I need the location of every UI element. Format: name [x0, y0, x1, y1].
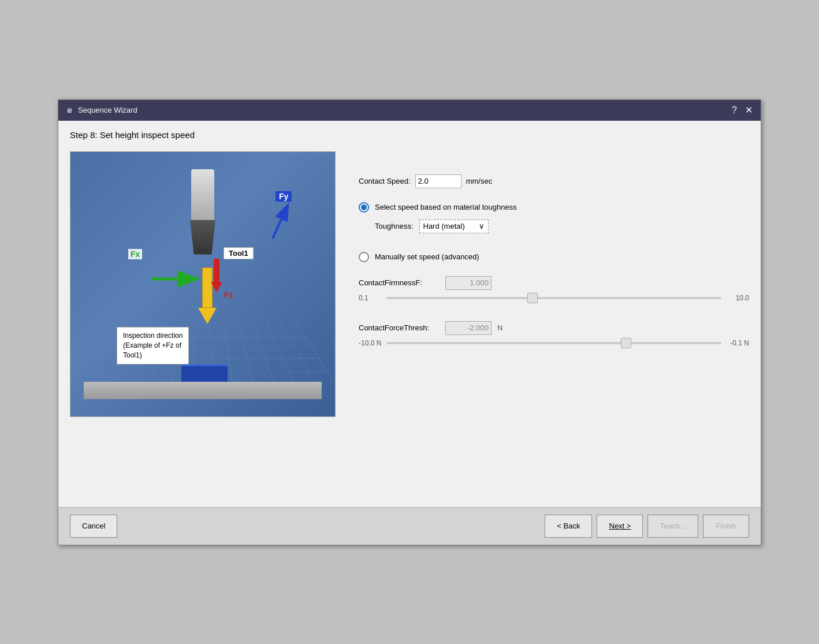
- teach-button[interactable]: Teach...: [647, 515, 698, 538]
- yellow-head: [198, 308, 217, 324]
- bottom-bar: Cancel < Back Next > Teach... Finish: [58, 507, 761, 545]
- inspection-text: Inspection direction(Example of +Fz ofTo…: [123, 332, 183, 359]
- title-bar-left: 🖥 Sequence Wizard: [64, 106, 137, 115]
- title-bar: 🖥 Sequence Wizard ? ✕: [58, 100, 761, 121]
- force-slider-track: [386, 342, 721, 344]
- contact-force-row: ContactForceThresh: N: [359, 321, 749, 335]
- toughness-row: Toughness: Hard (metal) ∨: [375, 219, 749, 233]
- contact-firmness-slider-row: 0.1 10.0: [359, 292, 749, 304]
- back-label: < Back: [557, 522, 580, 530]
- contact-force-slider-row: -10.0 N -0.1 N: [359, 337, 749, 349]
- force-min-label: -10.0 N: [359, 339, 382, 347]
- content-area: Step 8: Set height inspect speed: [58, 121, 761, 507]
- fz-label: Fz: [224, 291, 233, 300]
- radio-option2-btn[interactable]: [359, 252, 369, 262]
- red-head: [211, 282, 222, 292]
- fy-label: Fy: [276, 191, 292, 202]
- radio-option2-row[interactable]: Manually set speed (advanced): [359, 252, 749, 262]
- next-button[interactable]: Next >: [597, 515, 643, 538]
- contact-firmness-row: ContactFirmnessF:: [359, 276, 749, 290]
- finish-button[interactable]: Finish: [703, 515, 749, 538]
- radio-option1-label: Select speed based on material toughness: [375, 203, 517, 211]
- contact-force-label: ContactForceThresh:: [359, 323, 440, 332]
- window-icon: 🖥: [64, 106, 73, 115]
- contact-firmness-label: ContactFirmnessF:: [359, 278, 440, 287]
- firmness-max-label: 10.0: [726, 294, 749, 302]
- toughness-value: Hard (metal): [423, 222, 465, 230]
- force-slider-thumb[interactable]: [621, 338, 631, 348]
- red-shaft: [214, 259, 219, 282]
- firmness-slider-thumb[interactable]: [527, 293, 538, 303]
- firmness-slider-container[interactable]: [386, 292, 721, 304]
- tool1-label: Tool1: [224, 247, 254, 259]
- fx-label: Fx: [128, 249, 142, 259]
- firmness-min-label: 0.1: [359, 294, 382, 302]
- fy-arrow-svg: [250, 198, 296, 244]
- firmness-slider-track: [386, 297, 721, 299]
- force-max-label: -0.1 N: [726, 339, 749, 347]
- main-body: Fy Fx: [70, 151, 749, 498]
- contact-force-input: [445, 321, 492, 335]
- title-bar-controls: ? ✕: [729, 106, 755, 115]
- window-title: Sequence Wizard: [78, 106, 137, 114]
- visualization-panel: Fy Fx: [70, 151, 336, 417]
- radio-option1-row[interactable]: Select speed based on material toughness: [359, 202, 749, 213]
- toughness-label: Toughness:: [375, 222, 414, 230]
- contact-force-unit: N: [497, 323, 502, 332]
- radio-option1-btn[interactable]: [359, 202, 369, 213]
- contact-speed-label: Contact Speed:: [359, 177, 411, 185]
- step-title: Step 8: Set height inspect speed: [70, 130, 749, 140]
- force-slider-container[interactable]: [386, 337, 721, 349]
- fy-arrow-container: [250, 198, 296, 246]
- svg-line-0: [273, 207, 287, 239]
- next-label: Next >: [609, 522, 631, 530]
- fx-arrow-svg: [146, 265, 203, 293]
- contact-speed-unit: mm/sec: [466, 177, 493, 185]
- radio-option2-label: Manually set speed (advanced): [375, 252, 479, 261]
- cancel-button[interactable]: Cancel: [70, 515, 117, 538]
- platform: [84, 382, 322, 399]
- back-button[interactable]: < Back: [545, 515, 592, 538]
- inspection-label: Inspection direction(Example of +Fz ofTo…: [117, 327, 189, 364]
- tool-body: [191, 169, 214, 221]
- help-button[interactable]: ?: [729, 106, 739, 115]
- contact-speed-row: Contact Speed: mm/sec: [359, 174, 749, 188]
- close-button[interactable]: ✕: [743, 106, 755, 115]
- contact-speed-input[interactable]: [415, 174, 461, 188]
- tool-head: [190, 220, 215, 255]
- main-window: 🖥 Sequence Wizard ? ✕ Step 8: Set height…: [58, 99, 761, 545]
- toughness-select[interactable]: Hard (metal) ∨: [419, 219, 489, 233]
- fz-red-arrow: [211, 259, 222, 292]
- right-panel: Contact Speed: mm/sec Select speed based…: [359, 151, 749, 359]
- toughness-chevron: ∨: [479, 222, 485, 230]
- contact-firmness-input: [445, 276, 492, 290]
- fx-arrow-container: [146, 265, 203, 295]
- nav-buttons: < Back Next > Teach... Finish: [545, 515, 749, 538]
